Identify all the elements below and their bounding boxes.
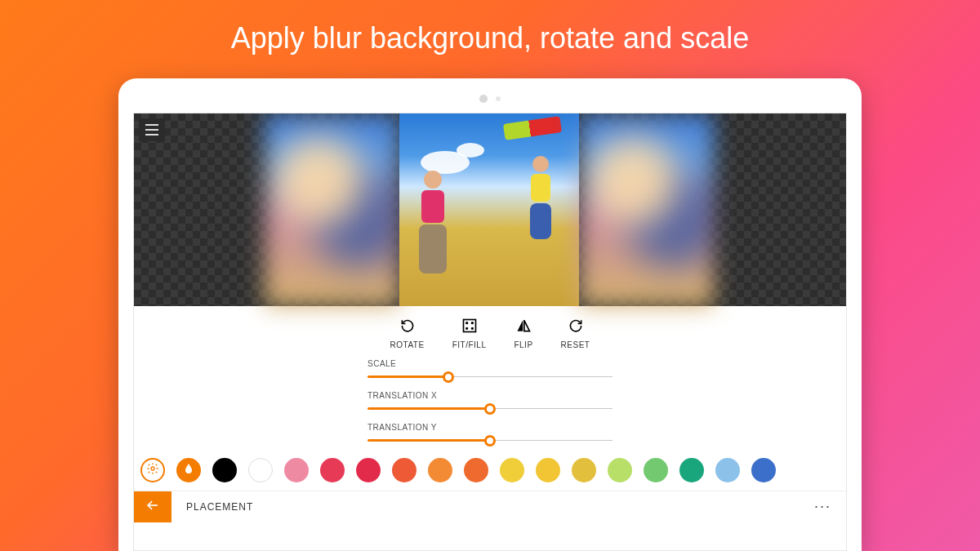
translation-x-slider[interactable]: TRANSLATION X <box>368 391 612 415</box>
color-swatch[interactable] <box>500 458 524 482</box>
blur-background-left <box>265 113 399 306</box>
color-swatch-row <box>134 450 846 491</box>
color-swatch[interactable] <box>320 458 345 482</box>
svg-point-2 <box>471 322 473 324</box>
flip-button[interactable]: FLIP <box>514 318 532 349</box>
slider-label: TRANSLATION Y <box>368 423 612 432</box>
blur-background-right <box>579 113 714 306</box>
back-button[interactable] <box>134 491 172 522</box>
app-screen: ROTATE FIT/FILL FLIP RESET <box>133 113 847 551</box>
color-swatch[interactable] <box>212 458 237 482</box>
color-swatch[interactable] <box>428 458 452 482</box>
color-swatch[interactable] <box>572 458 596 482</box>
slider-thumb[interactable] <box>443 371 454 383</box>
section-title: PLACEMENT <box>186 501 800 513</box>
tool-label: FLIP <box>514 340 532 349</box>
more-button[interactable]: ··· <box>800 498 846 515</box>
editor-canvas[interactable] <box>134 113 846 306</box>
slider-thumb[interactable] <box>484 435 496 447</box>
color-swatch[interactable] <box>248 458 273 482</box>
rotate-button[interactable]: ROTATE <box>390 318 425 349</box>
flip-icon <box>515 318 532 335</box>
transparency-left <box>134 113 265 306</box>
color-swatch[interactable] <box>751 458 776 482</box>
rotate-icon <box>399 318 416 335</box>
slider-panel: SCALE TRANSLATION X TRANSLATION Y <box>134 354 846 450</box>
color-swatch[interactable] <box>392 458 416 482</box>
arrow-left-icon <box>145 497 161 517</box>
color-swatch[interactable] <box>608 458 632 482</box>
scale-slider[interactable]: SCALE <box>368 359 612 383</box>
transparency-right <box>714 113 847 306</box>
gear-icon <box>146 462 159 478</box>
reset-icon <box>568 318 584 335</box>
settings-swatch[interactable] <box>140 458 165 482</box>
photo-preview[interactable] <box>399 113 579 306</box>
svg-point-4 <box>471 328 473 330</box>
drop-icon <box>182 462 195 478</box>
device-frame: ROTATE FIT/FILL FLIP RESET <box>118 78 862 551</box>
blur-swatch[interactable] <box>176 458 201 482</box>
fit-fill-button[interactable]: FIT/FILL <box>452 318 487 349</box>
slider-label: TRANSLATION X <box>368 391 612 400</box>
slider-label: SCALE <box>368 359 612 368</box>
svg-point-3 <box>466 328 467 330</box>
color-swatch[interactable] <box>356 458 381 482</box>
color-swatch[interactable] <box>536 458 560 482</box>
color-swatch[interactable] <box>679 458 704 482</box>
tool-label: FIT/FILL <box>452 340 487 349</box>
svg-rect-0 <box>463 320 475 332</box>
color-swatch[interactable] <box>284 458 309 482</box>
tool-label: ROTATE <box>390 340 425 349</box>
color-swatch[interactable] <box>464 458 488 482</box>
menu-icon[interactable] <box>139 118 165 141</box>
svg-point-1 <box>466 322 467 324</box>
transform-toolbar: ROTATE FIT/FILL FLIP RESET <box>134 306 846 354</box>
color-swatch[interactable] <box>715 458 740 482</box>
fit-fill-icon <box>461 318 478 335</box>
slider-thumb[interactable] <box>484 403 496 415</box>
reset-button[interactable]: RESET <box>561 318 590 349</box>
svg-point-5 <box>151 467 154 470</box>
translation-y-slider[interactable]: TRANSLATION Y <box>368 423 612 447</box>
hero-title: Apply blur background, rotate and scale <box>0 0 980 56</box>
device-camera <box>133 93 847 104</box>
tool-label: RESET <box>561 340 590 349</box>
bottom-bar: PLACEMENT ··· <box>134 491 846 522</box>
color-swatch[interactable] <box>644 458 668 482</box>
